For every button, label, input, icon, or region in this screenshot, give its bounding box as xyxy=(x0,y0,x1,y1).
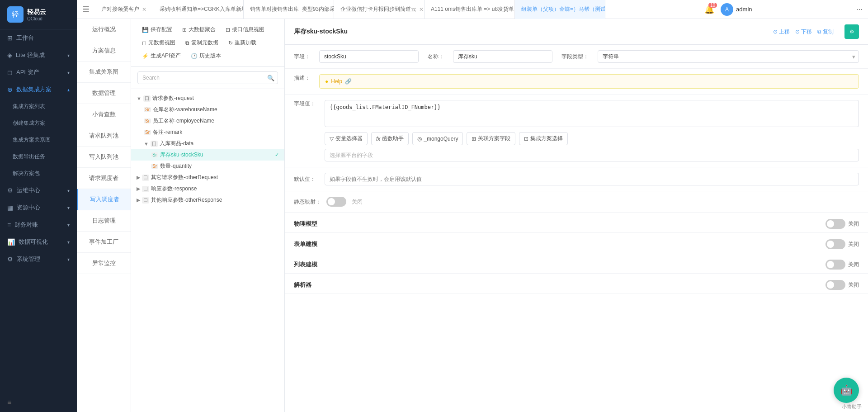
tree-node-quantity[interactable]: Sr 数量-quantity xyxy=(131,161,284,172)
up-btn[interactable]: ⊙ 上移 xyxy=(773,28,790,36)
tab-5[interactable]: A111 oms销售出库单 => u8发货单 ✕ xyxy=(425,0,515,19)
form-model-toggle[interactable] xyxy=(826,239,845,249)
left-nav-solution-info[interactable]: 方案信息 xyxy=(77,40,131,62)
left-nav-exception-monitor[interactable]: 异常监控 xyxy=(77,253,131,274)
left-nav-event-factory[interactable]: 事件加工厂 xyxy=(77,232,131,253)
save-config-btn[interactable]: 💾 保存配置 xyxy=(137,24,177,36)
tree-node-employee-name[interactable]: Sr 员工名称-employeeName xyxy=(131,115,284,127)
tree-node-warehouse-name[interactable]: Sr 仓库名称-warehouseName xyxy=(131,104,284,115)
tab-1[interactable]: 户对接领蛋客户 ✕ xyxy=(95,0,153,19)
static-mapping-row: 静态映射： 关闭 xyxy=(285,191,868,213)
assistant-btn[interactable]: 🤖 xyxy=(834,378,859,403)
merge-icon: ⊞ xyxy=(182,27,187,33)
sidebar-item-solution-list[interactable]: 集成方案列表 xyxy=(0,98,77,115)
left-nav-log-management[interactable]: 日志管理 xyxy=(77,210,131,232)
sidebar-item-workbench[interactable]: ⊞ 工作台 xyxy=(0,29,77,47)
left-nav-relation-map[interactable]: 集成关系图 xyxy=(77,62,131,83)
down-btn[interactable]: ⊙ 下移 xyxy=(795,28,812,36)
tree-node-response[interactable]: ▶ 囗 响应参数-response xyxy=(131,183,284,194)
left-nav-request-observer[interactable]: 请求观度者 xyxy=(77,168,131,189)
parser-toggle[interactable] xyxy=(826,280,845,290)
big-data-merge-btn[interactable]: ⊞ 大数据聚合 xyxy=(178,24,220,36)
relation-field-btn[interactable]: ⊞ 关联方案字段 xyxy=(467,132,515,145)
type-select[interactable]: 字符串 整数 浮点数 布尔值 xyxy=(598,50,859,63)
left-nav-write-observer[interactable]: 写入调度者 xyxy=(77,189,131,210)
tree-node-in-goods-data[interactable]: ▼ 囗 入库商品-data xyxy=(131,138,284,149)
tab-4[interactable]: 企业微信打卡月报同步到简道云 ✕ xyxy=(334,0,425,19)
source-select[interactable]: 选择源平台的字段 xyxy=(325,149,859,161)
sidebar-item-solution-relation[interactable]: 集成方案关系图 xyxy=(0,132,77,148)
integration-select-btn[interactable]: ⊡ 集成方案选择 xyxy=(519,132,568,145)
list-model-toggle[interactable] xyxy=(826,260,845,270)
chevron-down-icon: ▾ xyxy=(67,205,70,210)
history-icon: 🕐 xyxy=(191,53,198,59)
left-nav-request-queue[interactable]: 请求队列池 xyxy=(77,125,131,147)
gen-api-icon: ⚡ xyxy=(142,53,149,59)
history-btn[interactable]: 🕐 历史版本 xyxy=(186,50,226,62)
sidebar-item-api[interactable]: ◻ API 资产 ▾ xyxy=(0,64,77,81)
name-input[interactable] xyxy=(453,50,552,63)
visualization-icon: 📊 xyxy=(7,238,15,246)
chevron-down-icon: ▾ xyxy=(67,257,70,262)
func-helper-btn[interactable]: fx 函数助手 xyxy=(371,132,409,145)
tab-close-4[interactable]: ✕ xyxy=(419,6,424,13)
sidebar-item-solution-package[interactable]: 解决方案包 xyxy=(0,165,77,182)
copy-meta-btn[interactable]: ⧉ 复制元数据 xyxy=(181,37,223,49)
save-icon: 💾 xyxy=(142,27,149,33)
field-value-textarea[interactable]: {{goods_list.FMaterialID_FNumber}} xyxy=(325,100,859,127)
right-panel-actions: ⊙ 上移 ⊙ 下移 ⧉ 复制 ⚙ xyxy=(773,24,859,39)
copy-btn[interactable]: ⧉ 复制 xyxy=(817,28,834,36)
tab-6[interactable]: 组装单（父项）金蝶=）马帮（测试通过） ✕ 📌 xyxy=(515,0,605,19)
left-nav-write-queue[interactable]: 写入队列池 xyxy=(77,147,131,168)
sidebar-sub-data-integration: 集成方案列表 创建集成方案 集成方案关系图 数据导出任务 解决方案包 xyxy=(0,98,77,182)
sidebar-item-create-solution[interactable]: 创建集成方案 xyxy=(0,115,77,132)
sidebar-item-operations[interactable]: ⚙ 运维中心 ▾ xyxy=(0,182,77,199)
search-input[interactable] xyxy=(137,71,278,84)
field-value-row: 字段值： {{goods_list.FMaterialID_FNumber}} … xyxy=(285,95,868,167)
interface-view-btn[interactable]: ⊡ 接口信息视图 xyxy=(221,24,269,36)
help-banner: ● Help 🔗 xyxy=(319,74,859,89)
tree-node-other-response[interactable]: ▶ 囗 其他响应参数-otherResponse xyxy=(131,194,284,206)
sidebar-item-data-integration[interactable]: ⊕ 数据集成方案 ▴ xyxy=(0,81,77,98)
chevron-down-icon: ▾ xyxy=(67,188,70,193)
menu-icon[interactable]: ☰ xyxy=(77,5,95,14)
right-panel: 库存sku-stockSku ⊙ 上移 ⊙ 下移 ⧉ 复制 xyxy=(285,19,868,412)
sidebar-item-visualization[interactable]: 📊 数据可视化 ▾ xyxy=(0,233,77,251)
gen-api-btn[interactable]: ⚡ 生成API资产 xyxy=(137,50,185,62)
name-label: 名称： xyxy=(428,53,444,61)
mongo-query-btn[interactable]: ◎ _mongoQuery xyxy=(412,132,463,145)
reload-btn[interactable]: ↻ 重新加载 xyxy=(224,37,261,49)
user-avatar-wrap[interactable]: A admin xyxy=(721,3,752,16)
left-nav-small-query[interactable]: 小青查数 xyxy=(77,104,131,125)
tree-node-other-request[interactable]: ▶ 囗 其它请求参数-otherRequest xyxy=(131,172,284,183)
tree-node-request-params[interactable]: ▼ 囗 请求参数-request xyxy=(131,93,284,104)
tree-node-stock-sku[interactable]: Sr 库存sku-stockSku ✓ xyxy=(131,149,284,161)
sidebar-collapse-btn[interactable]: ≡ xyxy=(0,393,77,412)
default-val-input[interactable] xyxy=(325,173,859,185)
sidebar-item-resources[interactable]: ▦ 资源中心 ▾ xyxy=(0,199,77,216)
tabs-more-icon[interactable]: ··· xyxy=(851,5,868,14)
field-input[interactable] xyxy=(319,50,419,63)
meta-view-btn[interactable]: ◻ 元数据视图 xyxy=(137,37,180,49)
left-nav-data-management[interactable]: 数据管理 xyxy=(77,83,131,104)
tree-node-remark[interactable]: Sr 备注-remark xyxy=(131,127,284,138)
settings-btn[interactable]: ⚙ xyxy=(844,24,859,39)
physical-model-toggle[interactable] xyxy=(826,219,845,229)
sidebar-item-data-export[interactable]: 数据导出任务 xyxy=(0,148,77,165)
left-nav-overview[interactable]: 运行概况 xyxy=(77,19,131,40)
tab-3[interactable]: 销售单对接销售出库_类型93内部采销 ✕ xyxy=(244,0,334,19)
folder-collapsed-icon: ▶ xyxy=(137,186,140,192)
var-selector-btn[interactable]: ▽ 变量选择器 xyxy=(325,132,368,145)
resources-icon: ▦ xyxy=(7,204,13,211)
tab-close-1[interactable]: ✕ xyxy=(142,6,146,13)
tab-2[interactable]: 采购收料通知单=>CGRK入库单新增-1 ✕ xyxy=(153,0,244,19)
static-mapping-toggle[interactable] xyxy=(326,197,346,207)
center-left-panel: 💾 保存配置 ⊞ 大数据聚合 ⊡ 接口信息视图 ◻ 元数据视图 ⧉ 复制元 xyxy=(131,19,285,412)
notification-bell[interactable]: 🔔 10 xyxy=(704,5,714,14)
sidebar-item-finance[interactable]: ≡ 财务对账 ▾ xyxy=(0,216,77,233)
help-link-icon: 🔗 xyxy=(345,78,352,85)
chevron-down-icon: ▾ xyxy=(67,240,70,245)
sidebar-item-system[interactable]: ⚙ 系统管理 ▾ xyxy=(0,251,77,268)
logo-icon: 轻 xyxy=(7,6,24,23)
sidebar-item-lite[interactable]: ◈ Lite 轻集成 ▾ xyxy=(0,47,77,64)
